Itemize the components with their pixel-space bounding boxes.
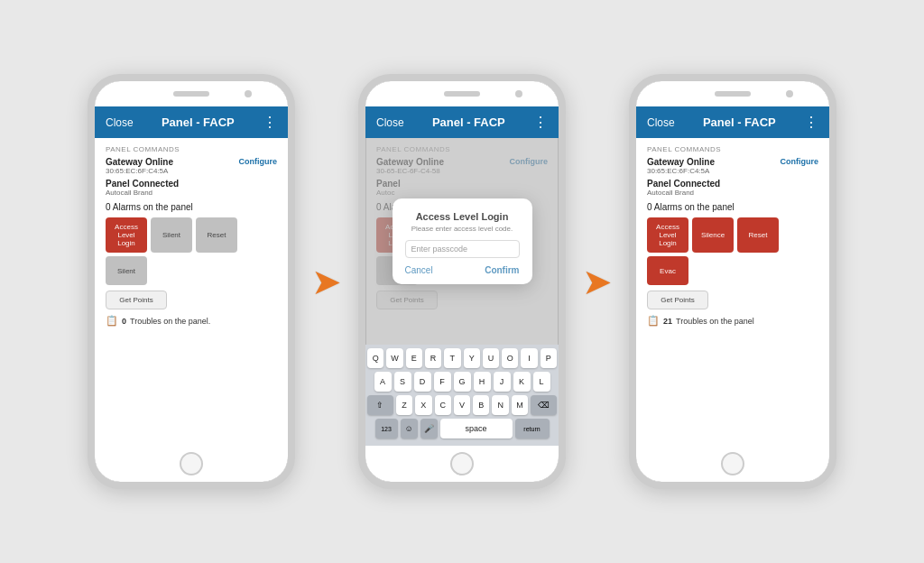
modal-subtitle: Please enter access level code. — [405, 225, 520, 233]
close-button-3[interactable]: Close — [647, 116, 675, 129]
key-emoji[interactable]: ☺ — [401, 419, 418, 438]
key-f[interactable]: F — [434, 372, 451, 392]
close-button-1[interactable]: Close — [106, 116, 134, 129]
arrow-1: ➤ — [295, 261, 358, 302]
key-l[interactable]: L — [533, 372, 550, 392]
panel-title-3: Panel - FACP — [703, 115, 776, 129]
reset-btn-3[interactable]: Reset — [737, 217, 779, 253]
modal-actions: Cancel Confirm — [405, 265, 520, 275]
key-z[interactable]: Z — [396, 395, 412, 415]
access-level-login-btn-1[interactable]: Access Level Login — [106, 217, 147, 253]
key-e[interactable]: E — [406, 348, 422, 368]
camera-2 — [515, 90, 522, 97]
panel-name-1: Panel Connected — [106, 179, 277, 189]
section-label-3: PANEL COMMANDS — [647, 145, 818, 153]
arrow-icon-1: ➤ — [311, 261, 342, 302]
menu-icon-3[interactable]: ⋮ — [804, 114, 818, 131]
key-p[interactable]: P — [541, 348, 557, 368]
key-r[interactable]: R — [425, 348, 441, 368]
phone-bottom-2 — [365, 446, 559, 482]
button-grid-1: Access Level Login Silent Reset Silent — [106, 217, 277, 285]
key-b[interactable]: B — [473, 395, 489, 415]
panel-title-2: Panel - FACP — [432, 115, 505, 129]
phone-2: Close Panel - FACP ⋮ PANEL COMMANDS Conf… — [358, 74, 566, 489]
modal-overlay: Access Level Login Please enter access l… — [365, 138, 559, 345]
silent2-btn-1[interactable]: Silent — [106, 256, 147, 285]
key-v[interactable]: V — [454, 395, 470, 415]
key-c[interactable]: C — [435, 395, 451, 415]
key-g[interactable]: G — [454, 372, 471, 392]
phone-content-1: Close Panel - FACP ⋮ PANEL COMMANDS Conf… — [95, 106, 288, 446]
phone-3: Close Panel - FACP ⋮ PANEL COMMANDS Conf… — [629, 74, 836, 489]
panel-row-3: Panel Connected Autocall Brand — [647, 179, 818, 197]
key-o[interactable]: O — [502, 348, 518, 368]
modal-box: Access Level Login Please enter access l… — [393, 198, 532, 284]
key-n[interactable]: N — [492, 395, 508, 415]
app-body-1: PANEL COMMANDS Configure Gateway Online … — [95, 138, 288, 446]
troubles-count-3: 21 — [663, 317, 672, 326]
camera-1 — [245, 90, 252, 97]
phone-bottom-3 — [636, 446, 829, 482]
key-backspace[interactable]: ⌫ — [531, 395, 557, 415]
configure-link-1[interactable]: Configure — [239, 157, 278, 166]
app-header-2: Close Panel - FACP ⋮ — [365, 106, 559, 138]
phone-top-bar-3 — [636, 81, 829, 106]
troubles-row-3: 📋 21 Troubles on the panel — [647, 315, 818, 327]
phone-content-2: Close Panel - FACP ⋮ PANEL COMMANDS Conf… — [365, 106, 559, 446]
key-space[interactable]: space — [440, 419, 513, 438]
phone-top-bar-2 — [365, 81, 559, 106]
speaker-1 — [173, 91, 209, 97]
key-d[interactable]: D — [414, 372, 431, 392]
get-points-btn-1[interactable]: Get Points — [106, 291, 167, 309]
keyboard-row-3: ⇧ Z X C V B N M ⌫ — [367, 395, 557, 415]
key-shift[interactable]: ⇧ — [367, 395, 393, 415]
silence-btn-3[interactable]: Silence — [692, 217, 734, 253]
key-u[interactable]: U — [483, 348, 499, 368]
key-return[interactable]: return — [515, 419, 550, 438]
get-points-btn-3[interactable]: Get Points — [647, 291, 708, 309]
gateway-row-3: Configure Gateway Online 30:65:EC:6F:C4:… — [647, 157, 818, 175]
cancel-button[interactable]: Cancel — [405, 265, 433, 275]
evac-btn-3[interactable]: Evac — [647, 256, 688, 285]
key-i[interactable]: I — [521, 348, 537, 368]
passcode-input[interactable] — [405, 240, 520, 258]
section-label-1: PANEL COMMANDS — [106, 145, 277, 153]
menu-icon-2[interactable]: ⋮ — [533, 114, 548, 131]
configure-link-3[interactable]: Configure — [781, 157, 819, 166]
troubles-label-1: Troubles on the panel. — [130, 317, 210, 326]
troubles-icon-3: 📋 — [647, 315, 660, 327]
button-grid-3: Access Level Login Silence Reset Evac — [647, 217, 818, 285]
close-button-2[interactable]: Close — [376, 116, 404, 129]
arrow-2: ➤ — [566, 261, 629, 302]
key-s[interactable]: S — [394, 372, 411, 392]
key-j[interactable]: J — [494, 372, 511, 392]
key-123[interactable]: 123 — [375, 419, 398, 438]
speaker-3 — [715, 91, 751, 97]
menu-icon-1[interactable]: ⋮ — [263, 114, 277, 131]
arrow-icon-2: ➤ — [582, 261, 613, 302]
silent-btn-1[interactable]: Silent — [151, 217, 192, 253]
access-level-login-btn-3[interactable]: Access Level Login — [647, 217, 688, 253]
key-y[interactable]: Y — [464, 348, 480, 368]
home-button-3[interactable] — [721, 452, 744, 475]
gateway-mac-3: 30:65:EC:6F:C4:5A — [647, 167, 818, 175]
panel-brand-1: Autocall Brand — [106, 189, 277, 197]
key-w[interactable]: W — [386, 348, 402, 368]
reset-btn-1[interactable]: Reset — [196, 217, 237, 253]
key-mic[interactable]: 🎤 — [420, 419, 438, 438]
key-m[interactable]: M — [512, 395, 528, 415]
speaker-2 — [444, 91, 480, 97]
home-button-1[interactable] — [180, 452, 203, 475]
key-h[interactable]: H — [474, 372, 491, 392]
key-x[interactable]: X — [415, 395, 431, 415]
key-q[interactable]: Q — [367, 348, 383, 368]
panel-name-3: Panel Connected — [647, 179, 818, 189]
app-body-2: PANEL COMMANDS Configure Gateway Online … — [365, 138, 559, 345]
confirm-button[interactable]: Confirm — [485, 265, 519, 275]
troubles-icon-1: 📋 — [106, 315, 118, 327]
key-t[interactable]: T — [444, 348, 460, 368]
key-k[interactable]: K — [513, 372, 531, 392]
home-button-2[interactable] — [450, 452, 474, 475]
key-a[interactable]: A — [374, 372, 392, 392]
gateway-mac-1: 30:65:EC:6F:C4:5A — [106, 167, 277, 175]
